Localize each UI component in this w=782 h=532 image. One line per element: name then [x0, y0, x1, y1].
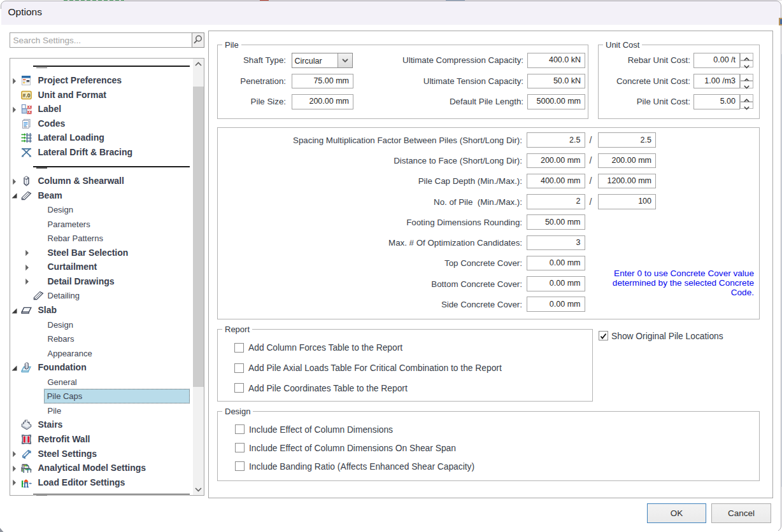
svg-text:#.0: #.0	[23, 92, 31, 98]
